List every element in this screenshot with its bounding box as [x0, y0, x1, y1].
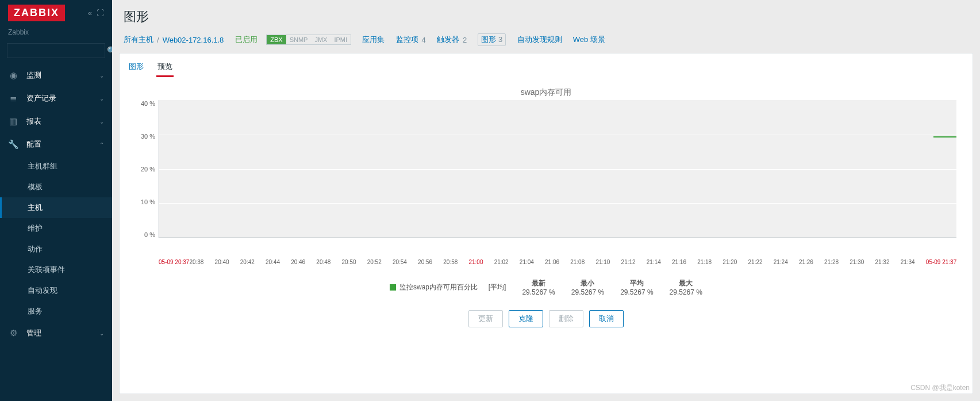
- x-tick: 21:20: [722, 259, 737, 265]
- gridline: [159, 135, 956, 135]
- link-all-hosts[interactable]: 所有主机: [124, 35, 153, 45]
- plot-row: 40 % 30 % 20 % 10 % 0 %: [136, 100, 956, 238]
- sub-services[interactable]: 服务: [0, 301, 112, 322]
- x-tick: 21:32: [875, 259, 889, 265]
- link-applications[interactable]: 应用集: [362, 35, 385, 45]
- x-axis: 05-09 20:3720:3820:4020:4220:4420:4620:4…: [159, 238, 956, 273]
- eye-icon: ◉: [8, 70, 18, 81]
- legend-color-icon: [390, 284, 396, 291]
- x-tick: 21:06: [545, 259, 559, 265]
- legend-header: 最大: [670, 278, 702, 288]
- triggers-count: 2: [463, 36, 467, 44]
- button-row: 更新 克隆 删除 取消: [136, 302, 956, 338]
- legend-header: 最新: [522, 278, 555, 288]
- gear-icon: ⚙: [8, 328, 18, 338]
- chevron-down-icon: ⌄: [99, 330, 104, 337]
- nav-label: 资产记录: [26, 93, 56, 104]
- sub-hosts[interactable]: 主机: [0, 197, 112, 218]
- y-tick: 20 %: [141, 166, 155, 173]
- legend-avg: 平均 29.5267 %: [620, 278, 653, 296]
- sub-maintenance[interactable]: 维护: [0, 218, 112, 239]
- nav-reports[interactable]: ▥ 报表 ⌄: [0, 110, 112, 133]
- zbx-badge: ZBX: [267, 35, 286, 44]
- content-panel: 图形 预览 swap内存可用 40 % 30 % 20 % 10 % 0 %: [119, 53, 973, 394]
- link-web[interactable]: Web 场景: [573, 35, 605, 45]
- search-box[interactable]: 🔍: [7, 43, 105, 58]
- logo: ZABBIX: [8, 5, 65, 21]
- main-content: 图形 所有主机 / Web02-172.16.1.8 已启用 ZBX SNMP …: [112, 0, 980, 401]
- link-discovery[interactable]: 自动发现规则: [517, 35, 562, 45]
- sub-hostgroups[interactable]: 主机群组: [0, 156, 112, 177]
- clone-button[interactable]: 克隆: [509, 310, 543, 327]
- gridline: [159, 203, 956, 204]
- x-tick: 20:48: [316, 259, 330, 265]
- x-tick: 21:00: [468, 259, 483, 265]
- nav-label: 监测: [26, 70, 41, 81]
- sub-templates[interactable]: 模板: [0, 177, 112, 197]
- fullscreen-icon: ⛶: [97, 9, 104, 17]
- sub-correlation[interactable]: 关联项事件: [0, 259, 112, 280]
- update-button: 更新: [468, 310, 503, 327]
- graphs-count: 3: [498, 35, 502, 44]
- legend-min: 最小 29.5267 %: [571, 278, 604, 296]
- legend-header: 最小: [571, 278, 604, 288]
- series-line: [933, 136, 956, 138]
- x-tick: 21:26: [799, 259, 813, 265]
- jmx-badge: JMX: [311, 35, 330, 44]
- watermark: CSDN @我是koten: [910, 383, 970, 393]
- link-graphs[interactable]: 图形: [481, 35, 496, 44]
- chevron-down-icon: ⌄: [99, 96, 104, 102]
- x-tick: 20:38: [189, 259, 203, 265]
- host-nav-row: 所有主机 / Web02-172.16.1.8 已启用 ZBX SNMP JMX…: [112, 31, 980, 53]
- x-tick: 20:52: [367, 259, 382, 265]
- x-tick: 21:08: [570, 259, 585, 265]
- x-tick: 20:58: [443, 259, 458, 265]
- nav-inventory[interactable]: ≣ 资产记录 ⌄: [0, 87, 112, 110]
- chart-title: swap内存可用: [136, 87, 956, 98]
- legend-latest: 最新 29.5267 %: [522, 278, 555, 296]
- sub-discovery[interactable]: 自动发现: [0, 280, 112, 301]
- x-tick: 21:30: [850, 259, 864, 265]
- snmp-badge: SNMP: [286, 35, 312, 44]
- nav-admin[interactable]: ⚙ 管理 ⌄: [0, 322, 112, 345]
- legend-label: 监控swap内存可用百分比: [399, 282, 478, 292]
- y-axis: 40 % 30 % 20 % 10 % 0 %: [136, 100, 159, 238]
- plot-canvas: [159, 100, 956, 238]
- delete-button: 删除: [549, 310, 583, 327]
- nav-monitoring[interactable]: ◉ 监测 ⌄: [0, 64, 112, 87]
- link-host[interactable]: Web02-172.16.1.8: [163, 36, 224, 44]
- x-tick: 20:54: [393, 259, 407, 265]
- link-items[interactable]: 监控项: [396, 35, 418, 45]
- interface-badges: ZBX SNMP JMX IPMI: [266, 35, 351, 45]
- x-tick: 21:16: [672, 259, 686, 265]
- tabs: 图形 预览: [120, 54, 973, 77]
- search-input[interactable]: [10, 47, 107, 55]
- tab-graph[interactable]: 图形: [128, 58, 145, 77]
- y-tick: 10 %: [141, 198, 155, 205]
- tab-preview[interactable]: 预览: [156, 58, 174, 77]
- separator: /: [157, 36, 159, 44]
- nav-label: 管理: [26, 328, 41, 338]
- logo-row: ZABBIX « ⛶: [0, 0, 112, 26]
- x-tick: 20:46: [291, 259, 305, 265]
- x-tick: 21:22: [748, 259, 763, 265]
- nav-config[interactable]: 🔧 配置 ⌃: [0, 133, 112, 156]
- legend-value: 29.5267 %: [571, 288, 604, 296]
- x-tick: 20:50: [342, 259, 356, 265]
- x-tick: 21:10: [595, 259, 610, 265]
- list-icon: ≣: [8, 93, 18, 104]
- x-tick: 20:40: [215, 259, 229, 265]
- chart-area: swap内存可用 40 % 30 % 20 % 10 % 0 % 05-09 2…: [120, 77, 973, 394]
- sidebar-collapse[interactable]: « ⛶: [88, 9, 104, 17]
- items-count: 4: [422, 36, 426, 44]
- nav-label: 报表: [26, 116, 41, 127]
- y-tick: 40 %: [141, 100, 155, 107]
- cancel-button[interactable]: 取消: [589, 310, 624, 327]
- legend-mode: [平均]: [489, 282, 506, 292]
- x-tick: 05-09 21:37: [926, 259, 956, 265]
- x-tick: 20:44: [266, 259, 280, 265]
- link-triggers[interactable]: 触发器: [437, 35, 459, 45]
- legend-value: 29.5267 %: [670, 288, 702, 296]
- sub-actions[interactable]: 动作: [0, 239, 112, 259]
- config-submenu: 主机群组 模板 主机 维护 动作 关联项事件 自动发现 服务: [0, 156, 112, 322]
